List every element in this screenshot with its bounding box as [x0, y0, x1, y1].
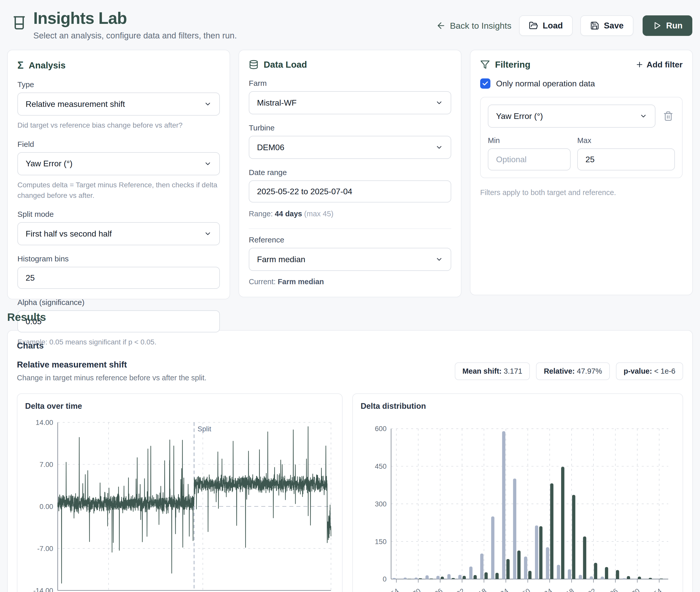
field-help-text: Computes delta = Target minus Reference,… — [17, 180, 220, 201]
page-title: Insights Lab — [33, 9, 237, 27]
filtering-panel-title: Filtering — [495, 59, 531, 70]
relative-badge-value: 47.97% — [577, 367, 602, 375]
add-filter-button[interactable]: Add filter — [636, 60, 683, 69]
chevron-down-icon — [435, 99, 443, 107]
max-input[interactable] — [577, 148, 675, 170]
database-icon — [249, 60, 258, 69]
turbine-label: Turbine — [249, 124, 451, 132]
back-to-insights-link[interactable]: Back to Insights — [436, 21, 511, 31]
filter-card: Yaw Error (°) Min Max — [480, 97, 683, 178]
current-value: Farm median — [278, 278, 324, 286]
svg-text:3.34: 3.34 — [538, 587, 554, 592]
results-description: Change in target minus reference before … — [17, 374, 206, 382]
load-button[interactable]: Load — [519, 15, 573, 36]
date-range-label: Date range — [249, 168, 451, 177]
data-load-panel-title: Data Load — [264, 59, 307, 70]
run-button-label: Run — [666, 21, 683, 31]
svg-text:300: 300 — [375, 500, 387, 508]
turbine-select-value: DEM06 — [257, 143, 285, 152]
type-help-text: Did target vs reference bias change befo… — [17, 120, 220, 131]
delta-distribution-chart: 0150300450600-9.54-7.70-5.86-4.02-2.18-0… — [360, 413, 675, 592]
save-icon — [590, 21, 599, 30]
run-button[interactable]: Run — [643, 15, 692, 36]
load-button-label: Load — [543, 21, 563, 31]
svg-text:-9.54: -9.54 — [383, 587, 400, 592]
svg-text:1.50: 1.50 — [516, 587, 532, 592]
current-prefix: Current: — [249, 278, 276, 286]
data-load-divider — [249, 228, 451, 229]
svg-text:12.54: 12.54 — [644, 587, 663, 592]
save-button[interactable]: Save — [580, 15, 633, 36]
checkbox-label: Only normal operation data — [496, 79, 595, 88]
svg-text:14.00: 14.00 — [36, 418, 53, 427]
field-select[interactable]: Yaw Error (°) — [17, 152, 220, 175]
data-load-panel: Data Load Farm Mistral-WF Turbine DEM06 … — [239, 50, 461, 297]
analysis-panel-header: Σ Analysis — [17, 59, 220, 71]
alpha-help-text: Example: 0.05 means significant if p < 0… — [17, 337, 220, 347]
chevron-down-icon — [435, 144, 443, 151]
alpha-input[interactable] — [17, 310, 220, 332]
delta-distribution-title: Delta distribution — [360, 402, 675, 411]
svg-text:0.00: 0.00 — [40, 502, 53, 510]
mean-shift-badge-label: Mean shift: — [462, 367, 502, 375]
filter-field-select[interactable]: Yaw Error (°) — [488, 105, 655, 128]
p-value-badge: p-value: < 1e-6 — [616, 362, 683, 380]
delta-over-time-chart: Split14.007.000.00-7.00-14.002025-05-29T… — [25, 413, 334, 592]
split-mode-select-value: First half vs second half — [26, 229, 112, 239]
page-subtitle: Select an analysis, configure data and f… — [33, 31, 237, 41]
only-normal-operation-checkbox-row[interactable]: Only normal operation data — [480, 79, 683, 89]
chevron-down-icon — [204, 160, 212, 167]
trash-icon — [663, 111, 673, 121]
svg-text:5.18: 5.18 — [560, 587, 576, 592]
delta-over-time-title: Delta over time — [25, 402, 334, 411]
mean-shift-badge-value: 3.171 — [504, 367, 522, 375]
histogram-bins-label: Histogram bins — [17, 254, 220, 263]
brand: Insights Lab Select an analysis, configu… — [11, 9, 237, 41]
date-range-input[interactable] — [249, 181, 451, 202]
split-mode-label: Split mode — [17, 210, 220, 218]
type-select[interactable]: Relative measurement shift — [17, 93, 220, 115]
split-mode-select[interactable]: First half vs second half — [17, 222, 220, 245]
filter-help-text: Filters apply to both target and referen… — [480, 188, 683, 197]
svg-text:-2.18: -2.18 — [470, 587, 488, 592]
svg-text:-7.70: -7.70 — [405, 587, 422, 592]
svg-text:8.86: 8.86 — [604, 587, 619, 592]
range-days: 44 days — [275, 210, 302, 218]
mean-shift-badge: Mean shift: 3.171 — [455, 362, 530, 380]
sigma-icon: Σ — [17, 59, 23, 71]
max-label: Max — [577, 136, 675, 145]
data-load-panel-header: Data Load — [249, 59, 451, 70]
range-prefix: Range: — [249, 210, 273, 218]
relative-badge-label: Relative: — [544, 367, 575, 375]
delta-distribution-card: Delta distribution 0150300450600-9.54-7.… — [352, 393, 683, 592]
relative-badge: Relative: 47.97% — [536, 362, 609, 380]
svg-text:600: 600 — [375, 425, 387, 433]
svg-text:-0.34: -0.34 — [492, 587, 510, 592]
analysis-panel: Σ Analysis Type Relative measurement shi… — [7, 50, 230, 299]
chevron-down-icon — [640, 112, 647, 120]
chevron-down-icon — [204, 230, 212, 238]
svg-text:7.00: 7.00 — [40, 460, 53, 468]
filtering-panel: Filtering Add filter Only normal operati… — [470, 50, 693, 295]
reference-select[interactable]: Farm median — [249, 248, 451, 271]
filter-field-select-value: Yaw Error (°) — [496, 111, 543, 121]
svg-text:10.70: 10.70 — [622, 587, 641, 592]
svg-text:7.02: 7.02 — [582, 587, 598, 592]
stat-badges: Mean shift: 3.171 Relative: 47.97% p-val… — [455, 362, 683, 380]
play-icon — [652, 21, 661, 30]
svg-text:-5.86: -5.86 — [427, 587, 444, 592]
folder-open-icon — [529, 21, 538, 30]
config-panels: Σ Analysis Type Relative measurement shi… — [0, 50, 700, 299]
analysis-panel-title: Analysis — [29, 60, 65, 70]
results-card: Charts Relative measurement shift Change… — [7, 330, 693, 592]
turbine-select[interactable]: DEM06 — [249, 136, 451, 159]
histogram-bins-input[interactable] — [17, 267, 220, 289]
checkbox-checked-icon[interactable] — [480, 79, 490, 89]
reference-select-value: Farm median — [257, 255, 305, 264]
min-label: Min — [488, 136, 570, 145]
type-select-value: Relative measurement shift — [26, 99, 125, 109]
min-input[interactable] — [488, 148, 570, 170]
svg-text:0: 0 — [383, 575, 387, 583]
delete-filter-button[interactable] — [661, 109, 675, 123]
farm-select[interactable]: Mistral-WF — [249, 91, 451, 114]
